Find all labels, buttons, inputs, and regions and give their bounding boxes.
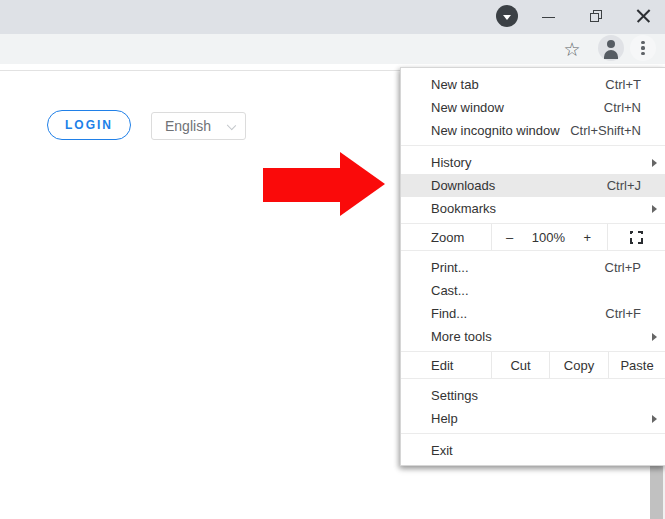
menu-item-bookmarks[interactable]: Bookmarks <box>401 197 665 220</box>
minimize-button[interactable] <box>528 0 568 32</box>
red-arrow-annotation <box>263 152 385 217</box>
browser-toolbar: ☆ <box>0 34 665 64</box>
restore-button[interactable] <box>576 0 616 32</box>
menu-item-new-incognito-window[interactable]: New incognito window Ctrl+Shift+N <box>401 119 665 142</box>
menu-section-settings: Settings Help <box>401 378 665 433</box>
zoom-label: Zoom <box>401 224 491 250</box>
minimize-icon <box>542 17 555 18</box>
submenu-arrow-icon <box>652 333 657 341</box>
language-select[interactable]: English <box>151 112 246 140</box>
zoom-controls: – 100% + <box>491 224 607 250</box>
menu-item-new-window[interactable]: New window Ctrl+N <box>401 96 665 119</box>
shortcut-label: Ctrl+T <box>605 77 641 92</box>
menu-item-history[interactable]: History <box>401 151 665 174</box>
menu-item-new-tab[interactable]: New tab Ctrl+T <box>401 73 665 96</box>
shortcut-label: Ctrl+J <box>607 178 641 193</box>
menu-item-print[interactable]: Print... Ctrl+P <box>401 256 665 279</box>
browser-window: ☆ LOGIN English New tab Ctrl+T New windo… <box>0 0 665 519</box>
chrome-menu-button[interactable] <box>630 35 656 61</box>
bookmark-star-icon[interactable]: ☆ <box>560 36 584 62</box>
submenu-arrow-icon <box>652 159 657 167</box>
chevron-down-icon <box>227 121 236 130</box>
menu-item-more-tools[interactable]: More tools <box>401 325 665 348</box>
submenu-arrow-icon <box>652 205 657 213</box>
shortcut-label: Ctrl+F <box>605 306 641 321</box>
restore-icon <box>590 10 603 23</box>
fullscreen-icon <box>630 231 643 244</box>
edit-label: Edit <box>401 352 491 378</box>
menu-item-exit[interactable]: Exit <box>401 439 665 462</box>
close-button[interactable] <box>623 0 663 32</box>
menu-section-new: New tab Ctrl+T New window Ctrl+N New inc… <box>401 68 665 145</box>
menu-section-exit: Exit <box>401 433 665 465</box>
paste-button[interactable]: Paste <box>608 352 665 378</box>
menu-edit-row: Edit Cut Copy Paste <box>401 351 665 378</box>
shortcut-label: Ctrl+Shift+N <box>570 123 641 138</box>
titlebar <box>0 0 665 34</box>
menu-section-history: History Downloads Ctrl+J Bookmarks <box>401 145 665 223</box>
zoom-out-button[interactable]: – <box>506 230 513 245</box>
menu-item-settings[interactable]: Settings <box>401 384 665 407</box>
menu-zoom-row: Zoom – 100% + <box>401 223 665 250</box>
close-icon <box>636 9 651 24</box>
shortcut-label: Ctrl+P <box>605 260 641 275</box>
kebab-menu-icon <box>641 41 644 44</box>
profile-avatar-button[interactable] <box>598 35 624 61</box>
menu-section-tools: Print... Ctrl+P Cast... Find... Ctrl+F M… <box>401 250 665 351</box>
menu-item-cast[interactable]: Cast... <box>401 279 665 302</box>
zoom-in-button[interactable]: + <box>583 230 591 245</box>
submenu-arrow-icon <box>652 415 657 423</box>
copy-button[interactable]: Copy <box>549 352 608 378</box>
caret-down-icon <box>503 15 511 20</box>
shortcut-label: Ctrl+N <box>604 100 641 115</box>
chrome-menu: New tab Ctrl+T New window Ctrl+N New inc… <box>400 67 665 466</box>
menu-item-downloads[interactable]: Downloads Ctrl+J <box>401 174 665 197</box>
login-button[interactable]: LOGIN <box>47 110 131 140</box>
profile-menu-button[interactable] <box>496 5 518 27</box>
zoom-level-value: 100% <box>532 230 565 245</box>
menu-item-help[interactable]: Help <box>401 407 665 430</box>
language-select-value: English <box>152 118 211 134</box>
menu-item-find[interactable]: Find... Ctrl+F <box>401 302 665 325</box>
cut-button[interactable]: Cut <box>491 352 549 378</box>
fullscreen-button[interactable] <box>607 224 665 250</box>
